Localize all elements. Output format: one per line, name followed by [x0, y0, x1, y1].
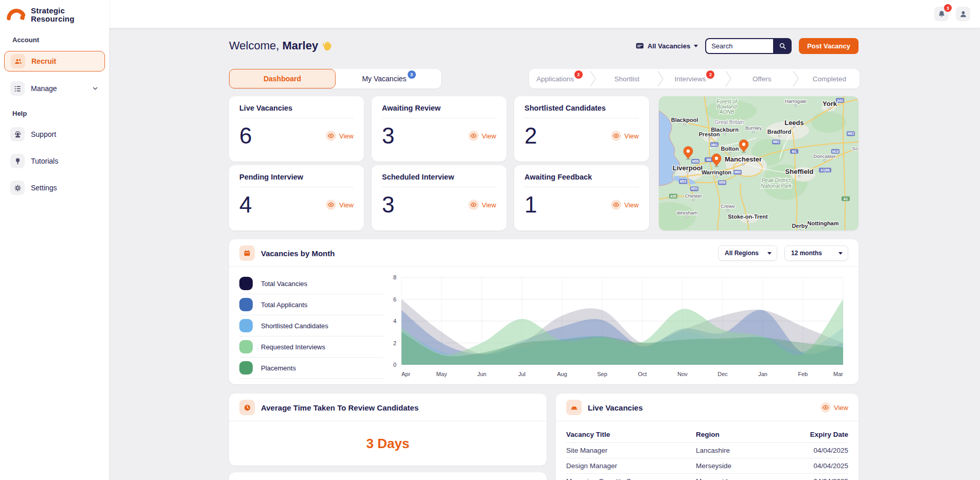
chart-legend: Total Vacancies Total Applicants Shortli… — [239, 273, 383, 379]
sidebar-item-label: Tutorials — [31, 157, 58, 165]
map-label: Leeds — [784, 119, 804, 127]
stat-card-pending-interview: Pending Interview 4 View — [229, 165, 364, 230]
map-label: Burnley — [745, 125, 762, 131]
map-label: Bradford — [767, 129, 792, 135]
eye-icon — [820, 402, 831, 413]
user-icon — [959, 10, 968, 19]
brand-name: Strategic Resourcing — [31, 7, 75, 24]
column-header: Region — [696, 426, 789, 443]
tab-dashboard[interactable]: Dashboard — [229, 69, 336, 88]
eye-icon — [611, 200, 621, 210]
vacancies-filter-dropdown[interactable]: All Vacancies — [636, 42, 698, 50]
view-pending-interview-link[interactable]: View — [326, 200, 354, 210]
map-label: AONB — [719, 109, 734, 115]
sidebar-heading-help: Help — [0, 98, 109, 117]
table-row[interactable]: Managing Quantity Surveyor Merseyside 04… — [566, 474, 848, 480]
legend-item-placements[interactable]: Placements — [239, 358, 383, 379]
map-label: Liverpool — [673, 164, 703, 172]
chart-title: Vacancies by Month — [261, 249, 335, 258]
stat-value: 4 — [239, 192, 252, 217]
y-axis-label: 4 — [393, 318, 396, 324]
applications-count-badge: 2 — [574, 70, 583, 79]
view-scheduled-interview-link[interactable]: View — [468, 200, 496, 210]
x-axis-label: Apr — [401, 371, 410, 377]
tutorials-lightbulb-icon — [10, 154, 25, 168]
sidebar-item-support[interactable]: Support — [4, 125, 105, 144]
pipeline-step-applications[interactable]: Applications 2 — [529, 75, 589, 83]
support-headset-icon — [10, 127, 25, 141]
brand-logo[interactable]: Strategic Resourcing — [0, 0, 109, 25]
map-label: Stoke-on-Trent — [728, 214, 768, 220]
pipeline-step-shortlist[interactable]: Shortlist — [597, 75, 657, 83]
pipeline-step-offers[interactable]: Offers — [732, 75, 792, 83]
search-button[interactable] — [773, 38, 792, 54]
calendar-icon — [239, 245, 255, 261]
map-label: Great Britain — [715, 119, 744, 125]
map-label: Harrogate — [785, 98, 807, 104]
map-canvas: A64M62M62M61M1M18M6M58A1(M)M60M53M56M53A… — [659, 96, 859, 230]
view-awaiting-review-link[interactable]: View — [468, 131, 496, 141]
y-axis-label: 0 — [393, 362, 396, 368]
map-label: Derby — [792, 223, 808, 229]
profile-button[interactable] — [956, 7, 970, 21]
view-shortlisted-link[interactable]: View — [611, 131, 639, 141]
pipeline-step-completed[interactable]: Completed — [799, 75, 860, 83]
stat-value: 2 — [524, 123, 537, 148]
legend-swatch — [239, 277, 253, 290]
svg-text:M1: M1 — [792, 150, 796, 153]
x-axis-label: Oct — [638, 371, 646, 377]
view-live-vacancies-link[interactable]: View — [326, 131, 354, 141]
my-vacancies-count-badge: 3 — [408, 70, 416, 79]
region-filter-select[interactable]: All Regions — [718, 245, 777, 261]
legend-item-requested-interviews[interactable]: Requested Interviews — [239, 336, 383, 358]
tab-my-vacancies[interactable]: My Vacancies 3 — [336, 69, 441, 88]
vacancies-filter-icon — [636, 42, 644, 49]
map-label: Bolton — [721, 146, 739, 152]
svg-text:M53: M53 — [691, 187, 698, 190]
welcome-row: Welcome, Marley All Vacancies — [229, 35, 859, 56]
map-label: York — [822, 100, 837, 108]
caret-down-icon — [838, 252, 843, 255]
map-label: Doncaster — [813, 153, 836, 159]
sidebar-item-manage[interactable]: Manage — [4, 79, 105, 98]
search-input[interactable] — [705, 38, 773, 54]
period-filter-select[interactable]: 12 months — [784, 245, 848, 261]
y-axis-label: 8 — [393, 274, 396, 280]
legend-item-shortlisted-candidates[interactable]: Shortlisted Candidates — [239, 315, 383, 336]
pipeline-step-interviews[interactable]: Interviews 2 — [664, 75, 724, 83]
map-label: Manchester — [725, 155, 762, 163]
x-axis-label: Feb — [798, 371, 808, 377]
eye-icon — [468, 131, 479, 141]
map-label: Scu — [852, 146, 859, 151]
map-label: Sheffield — [785, 168, 814, 175]
stat-card-awaiting-review: Awaiting Review 3 View — [372, 96, 506, 162]
sidebar-item-recruit[interactable]: Recruit — [4, 51, 105, 72]
table-row[interactable]: Site Manager Lancashire 04/04/2025 — [566, 443, 848, 458]
sidebar-item-tutorials[interactable]: Tutorials — [4, 151, 105, 171]
map-label: Preston — [699, 131, 720, 137]
view-live-vacancies-table-link[interactable]: View — [820, 402, 848, 413]
main-content: Welcome, Marley All Vacancies — [109, 28, 980, 480]
map-label: Wrexham — [677, 210, 697, 216]
page-title: Welcome, Marley — [229, 39, 334, 52]
settings-gear-icon — [10, 181, 25, 195]
x-axis-label: Aug — [557, 371, 567, 377]
legend-item-total-applicants[interactable]: Total Applicants — [239, 294, 383, 315]
tab-bar: Dashboard My Vacancies 3 — [229, 69, 441, 88]
post-vacancy-button[interactable]: Post Vacancy — [799, 38, 859, 54]
pipeline-separator — [657, 70, 664, 87]
table-row[interactable]: Design Manager Merseyside 04/04/2025 — [566, 458, 848, 474]
vacancies-map[interactable]: A64M62M62M61M1M18M6M58A1(M)M60M53M56M53A… — [659, 96, 859, 230]
stat-card-awaiting-feedback: Awaiting Feedback 1 View — [514, 165, 649, 230]
x-axis-label: May — [436, 371, 447, 377]
notifications-button[interactable]: 3 — [934, 7, 949, 21]
sidebar-item-settings[interactable]: Settings — [4, 178, 105, 198]
avg-review-value: 3 Days — [229, 436, 547, 452]
legend-item-total-vacancies[interactable]: Total Vacancies — [239, 273, 383, 294]
interviews-count-badge: 2 — [706, 70, 714, 79]
column-header: Expiry Date — [789, 426, 848, 443]
live-vacancies-title: Live Vacancies — [588, 403, 643, 412]
hard-hat-icon — [566, 400, 582, 415]
vacancies-by-month-card: Vacancies by Month All Regions 12 months — [229, 239, 859, 384]
view-awaiting-feedback-link[interactable]: View — [611, 200, 639, 210]
